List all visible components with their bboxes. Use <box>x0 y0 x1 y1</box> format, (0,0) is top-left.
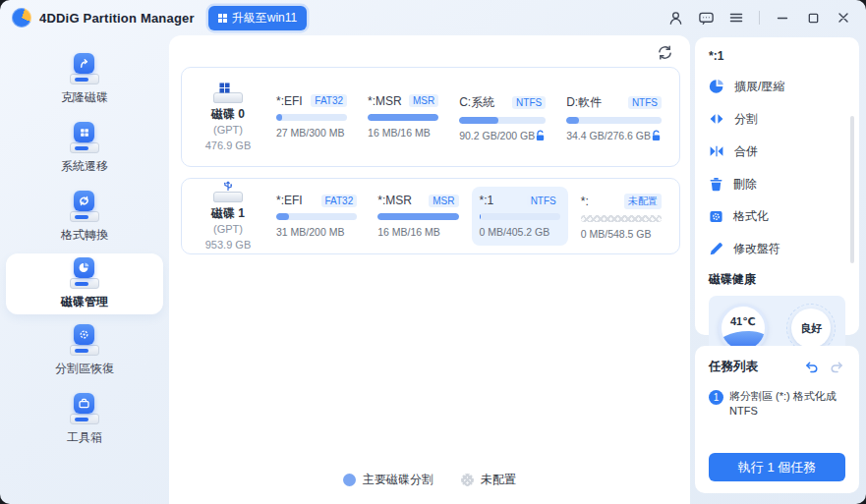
disk-size: 953.9 GB <box>205 238 251 253</box>
op-split[interactable]: 分割 <box>709 110 845 128</box>
usage-text: 90.2 GB/200 GB <box>459 130 535 141</box>
usage-text: 27 MB/300 MB <box>276 127 344 139</box>
disk-1-card: 磁碟 1 (GPT) 953.9 GB *:EFIFAT32 31 MB/200… <box>181 178 680 254</box>
fs-badge: MSR <box>429 195 458 207</box>
partition-tile-selected[interactable]: *:1NTFS 0 MB/405.2 GB <box>472 187 568 246</box>
disk-name: 磁碟 0 <box>211 106 245 123</box>
partition-label: *:1 <box>480 194 494 207</box>
sidebar-item-label: 磁碟管理 <box>61 294 108 310</box>
undo-icon[interactable] <box>802 358 820 375</box>
usage-bar <box>459 117 546 124</box>
close-button[interactable] <box>833 7 854 28</box>
sidebar-item-toolbox[interactable]: 工具箱 <box>6 387 163 452</box>
app-logo-icon <box>12 8 31 28</box>
maximize-button[interactable] <box>802 7 824 28</box>
task-list-title: 任務列表 <box>709 359 758 375</box>
partition-label: *:EFI <box>276 194 303 207</box>
partition-label: *: <box>581 195 589 208</box>
temperature-value: 41℃ <box>722 315 765 328</box>
task-item[interactable]: 1 將分割區 (*:) 格式化成NTFS <box>709 389 845 419</box>
scrollbar[interactable] <box>850 116 854 263</box>
unallocated-dot <box>461 474 474 486</box>
legend-unallocated: 未配置 <box>461 472 516 488</box>
upgrade-label: 升級至win11 <box>232 10 297 27</box>
legend: 主要磁碟分割 未配置 <box>169 472 690 488</box>
op-merge[interactable]: 合併 <box>709 142 845 160</box>
disk-management-icon <box>68 257 101 289</box>
usage-bar <box>377 213 458 220</box>
task-list-panel: 任務列表 1 將分割區 (*:) 格式化成NTFS 執行 1 個任務 <box>695 346 859 493</box>
redo-icon[interactable] <box>828 358 845 375</box>
fs-badge: MSR <box>409 94 438 107</box>
partition-tile-c[interactable]: C:系統NTFS 90.2 GB/200 GB <box>451 87 553 147</box>
usage-bar <box>480 213 560 220</box>
disk-size: 476.9 GB <box>205 139 251 154</box>
disk-scheme: (GPT) <box>213 222 243 238</box>
op-delete[interactable]: 刪除 <box>709 175 845 193</box>
merge-icon <box>709 143 724 159</box>
format-convert-icon <box>68 191 101 222</box>
unlock-icon <box>535 130 546 141</box>
account-icon[interactable] <box>664 7 686 28</box>
sidebar-item-label: 分割區恢復 <box>55 361 114 377</box>
usb-disk-icon <box>211 179 245 202</box>
usage-text: 16 MB/16 MB <box>368 127 431 139</box>
resize-icon <box>709 79 724 94</box>
sidebar-item-partition-recovery[interactable]: 分割區恢復 <box>6 318 163 383</box>
partition-tile-unallocated[interactable]: *:未配置 0 MB/548.5 GB <box>573 187 669 246</box>
selected-partition-title: *:1 <box>709 49 845 63</box>
rename-icon <box>709 242 723 256</box>
split-icon <box>709 111 724 127</box>
disk-1-info[interactable]: 磁碟 1 (GPT) 953.9 GB <box>188 179 268 253</box>
disk-name: 磁碟 1 <box>211 205 245 222</box>
legend-unallocated-label: 未配置 <box>481 472 516 488</box>
op-resize[interactable]: 擴展/壓縮 <box>709 78 845 95</box>
partition-tile-efi[interactable]: *:EFIFAT32 31 MB/200 MB <box>268 187 365 246</box>
titlebar-divider <box>759 11 760 25</box>
sidebar-item-label: 克隆磁碟 <box>61 89 108 106</box>
op-label: 擴展/壓縮 <box>734 79 784 95</box>
usage-bar <box>368 114 438 121</box>
toolbox-icon <box>68 393 101 424</box>
partition-tile-msr[interactable]: *:MSRMSR 16 MB/16 MB <box>370 187 466 246</box>
execute-tasks-button[interactable]: 執行 1 個任務 <box>709 453 845 481</box>
usage-bar <box>276 114 347 121</box>
op-label: 格式化 <box>733 208 769 225</box>
op-format[interactable]: 格式化 <box>709 207 845 225</box>
op-change-letter[interactable]: 修改盤符 <box>709 240 845 257</box>
partition-label: *:EFI <box>276 94 303 108</box>
partition-tile-efi[interactable]: *:EFIFAT32 27 MB/300 MB <box>268 87 355 147</box>
op-label: 刪除 <box>733 176 757 193</box>
disk-0-card: 磁碟 0 (GPT) 476.9 GB *:EFIFAT32 27 MB/300… <box>181 67 680 167</box>
fs-badge: NTFS <box>628 96 662 109</box>
partition-tile-d[interactable]: D:軟件NTFS 34.4 GB/276.6 GB <box>558 87 669 147</box>
sidebar-item-clone-disk[interactable]: 克隆磁碟 <box>6 47 163 112</box>
clone-disk-icon <box>68 53 101 84</box>
sidebar-item-format-convert[interactable]: 格式轉換 <box>6 185 163 250</box>
sidebar-item-system-migration[interactable]: 系統遷移 <box>6 116 163 181</box>
disk-0-info[interactable]: 磁碟 0 (GPT) 476.9 GB <box>188 80 268 154</box>
usage-bar <box>566 117 662 124</box>
titlebar: 4DDiG Partition Manager 升級至win11 <box>0 0 866 35</box>
fs-badge: FAT32 <box>311 94 347 107</box>
feedback-icon[interactable] <box>695 7 717 28</box>
partition-tile-msr[interactable]: *:MSRMSR 16 MB/16 MB <box>360 87 446 147</box>
unlock-icon <box>651 130 662 141</box>
sidebar-item-label: 格式轉換 <box>61 227 108 244</box>
refresh-icon[interactable] <box>655 42 674 62</box>
sidebar: 克隆磁碟 系統遷移 格式轉換 磁碟管理 <box>0 35 169 504</box>
minimize-button[interactable] <box>772 7 793 28</box>
delete-icon <box>709 177 723 192</box>
unallocated-badge: 未配置 <box>624 194 662 209</box>
primary-partition-dot <box>343 474 356 486</box>
upgrade-win11-button[interactable]: 升級至win11 <box>208 6 307 30</box>
sidebar-item-disk-management[interactable]: 磁碟管理 <box>6 253 163 314</box>
usage-text: 31 MB/200 MB <box>276 226 344 238</box>
fs-badge: NTFS <box>512 96 546 109</box>
unallocated-bar <box>581 215 662 222</box>
usage-bar <box>276 213 357 220</box>
menu-icon[interactable] <box>725 7 747 28</box>
status-value: 良好 <box>791 308 831 348</box>
usage-text: 34.4 GB/276.6 GB <box>566 130 651 141</box>
partition-label: *:MSR <box>368 94 402 108</box>
